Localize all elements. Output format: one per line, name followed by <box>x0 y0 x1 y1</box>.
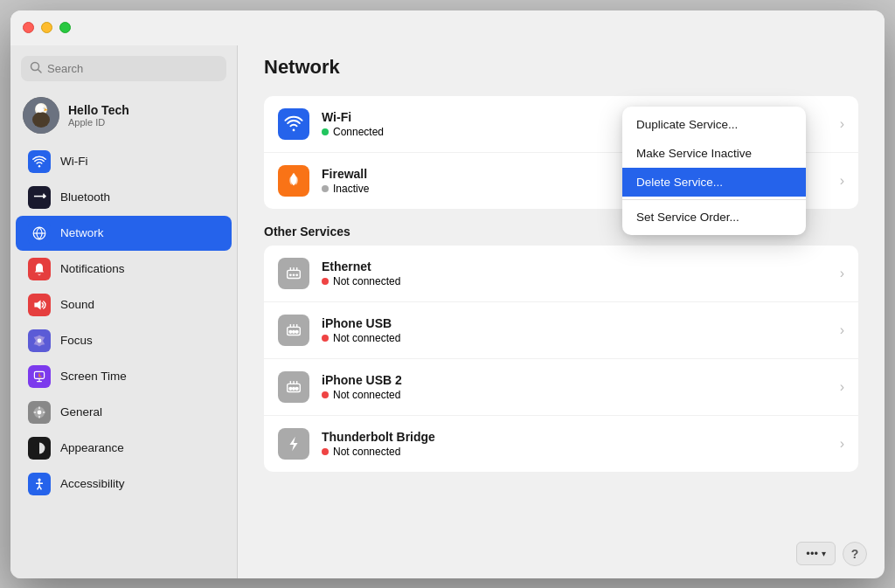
close-button[interactable] <box>23 22 34 33</box>
other-services-card: Ethernet Not connected › <box>264 246 858 472</box>
svg-line-1 <box>38 69 42 73</box>
svg-point-28 <box>289 273 292 276</box>
network-icon <box>28 222 51 245</box>
thunderbolt-name: Thunderbolt Bridge <box>322 430 828 444</box>
more-options-button[interactable]: ••• ▾ <box>796 542 836 565</box>
sidebar-item-bluetooth[interactable]: ⭢ Bluetooth <box>16 180 232 215</box>
menu-item-inactive[interactable]: Make Service Inactive <box>622 139 806 168</box>
thunderbolt-status-dot <box>322 448 329 455</box>
iphone-usb-status: Not connected <box>322 332 828 344</box>
svg-point-10 <box>38 338 42 342</box>
svg-point-6 <box>36 104 45 113</box>
main-window: Hello Tech Apple ID Wi-Fi ⭢ Bluetooth <box>10 10 885 578</box>
main-content: Network Wi-Fi Connected <box>238 10 885 578</box>
iphone-usb-status-text: Not connected <box>333 332 400 344</box>
svg-marker-45 <box>289 436 297 451</box>
iphone-usb-row[interactable]: iPhone USB Not connected › <box>264 302 858 359</box>
profile-subtitle: Apple ID <box>68 117 129 128</box>
wifi-status-dot <box>322 128 329 135</box>
ethernet-info: Ethernet Not connected <box>322 259 828 287</box>
sidebar-label-network: Network <box>60 226 104 239</box>
iphone-usb2-chevron-icon: › <box>840 379 844 395</box>
menu-item-delete[interactable]: Delete Service... <box>622 168 806 197</box>
help-button[interactable]: ? <box>843 542 867 566</box>
menu-item-order[interactable]: Set Service Order... <box>622 203 806 232</box>
sidebar-label-accessibility: Accessibility <box>60 477 125 490</box>
bottom-bar: ••• ▾ ? <box>796 542 867 566</box>
thunderbolt-icon <box>278 428 309 460</box>
minimize-button[interactable] <box>41 22 52 33</box>
notifications-icon <box>28 258 51 280</box>
svg-point-35 <box>289 330 292 333</box>
sidebar-item-sound[interactable]: Sound <box>16 287 232 322</box>
thunderbolt-row[interactable]: Thunderbolt Bridge Not connected › <box>264 416 858 472</box>
svg-point-29 <box>293 273 295 276</box>
sidebar-item-network[interactable]: Network <box>16 216 232 251</box>
search-input[interactable] <box>47 62 218 75</box>
sidebar-label-bluetooth: Bluetooth <box>60 190 110 204</box>
svg-point-42 <box>289 387 292 390</box>
firewall-status-dot <box>322 185 329 192</box>
context-menu: Duplicate Service... Make Service Inacti… <box>622 107 806 235</box>
more-dots-icon: ••• <box>806 547 818 560</box>
iphone-usb2-status-text: Not connected <box>333 389 400 401</box>
thunderbolt-status: Not connected <box>322 446 828 458</box>
thunderbolt-chevron-icon: › <box>840 436 844 452</box>
profile-name: Hello Tech <box>68 103 129 117</box>
sidebar-item-general[interactable]: General <box>16 395 232 430</box>
profile-info: Hello Tech Apple ID <box>68 103 129 128</box>
iphone-usb2-row[interactable]: iPhone USB 2 Not connected › <box>264 359 858 416</box>
iphone-usb-icon <box>278 315 309 346</box>
iphone-usb-name: iPhone USB <box>322 316 828 330</box>
sidebar-item-accessibility[interactable]: Accessibility <box>16 467 232 502</box>
iphone-usb2-info: iPhone USB 2 Not connected <box>322 373 828 401</box>
ethernet-chevron-icon: › <box>840 266 844 281</box>
sidebar-item-appearance[interactable]: Appearance <box>16 431 232 466</box>
sidebar-label-sound: Sound <box>60 298 94 311</box>
bluetooth-icon: ⭢ <box>28 186 51 209</box>
wifi-icon <box>28 150 51 173</box>
menu-item-duplicate[interactable]: Duplicate Service... <box>622 110 806 139</box>
svg-marker-9 <box>34 300 40 309</box>
sidebar-label-appearance: Appearance <box>60 441 124 454</box>
general-icon <box>28 401 51 424</box>
sidebar-item-screentime[interactable]: Screen Time <box>16 359 232 394</box>
thunderbolt-info: Thunderbolt Bridge Not connected <box>322 430 828 458</box>
ethernet-row[interactable]: Ethernet Not connected › <box>264 246 858 302</box>
search-bar[interactable] <box>21 56 226 81</box>
ethernet-status: Not connected <box>322 275 828 287</box>
wifi-status-text: Connected <box>333 126 384 138</box>
iphone-usb2-icon <box>278 371 309 403</box>
profile-item[interactable]: Hello Tech Apple ID <box>10 90 237 144</box>
svg-point-36 <box>293 330 295 333</box>
page-title: Network <box>264 56 858 79</box>
sidebar-label-general: General <box>60 405 102 419</box>
firewall-chevron-icon: › <box>840 173 844 189</box>
svg-point-37 <box>295 330 298 333</box>
sidebar-label-wifi: Wi-Fi <box>60 155 87 168</box>
iphone-usb-status-dot <box>322 335 329 342</box>
svg-point-13 <box>38 410 42 414</box>
ethernet-icon <box>278 258 309 289</box>
screentime-icon <box>28 365 51 388</box>
svg-point-30 <box>295 273 298 276</box>
iphone-usb2-status-dot <box>322 391 329 398</box>
iphone-usb2-status: Not connected <box>322 389 828 401</box>
accessibility-icon <box>28 473 51 495</box>
svg-point-19 <box>38 478 40 481</box>
iphone-usb-info: iPhone USB Not connected <box>322 316 828 344</box>
help-icon: ? <box>851 547 859 561</box>
titlebar <box>10 10 885 45</box>
svg-point-43 <box>293 387 295 390</box>
maximize-button[interactable] <box>59 22 71 33</box>
sidebar-label-notifications: Notifications <box>60 262 125 275</box>
ethernet-status-dot <box>322 278 329 285</box>
sidebar-item-focus[interactable]: Focus <box>16 323 232 358</box>
avatar <box>23 97 59 134</box>
chevron-down-icon: ▾ <box>822 549 826 558</box>
sidebar-item-notifications[interactable]: Notifications <box>16 252 232 287</box>
sidebar-item-wifi[interactable]: Wi-Fi <box>16 144 232 179</box>
appearance-icon <box>28 437 51 460</box>
sidebar-label-focus: Focus <box>60 334 93 347</box>
thunderbolt-status-text: Not connected <box>333 446 400 458</box>
